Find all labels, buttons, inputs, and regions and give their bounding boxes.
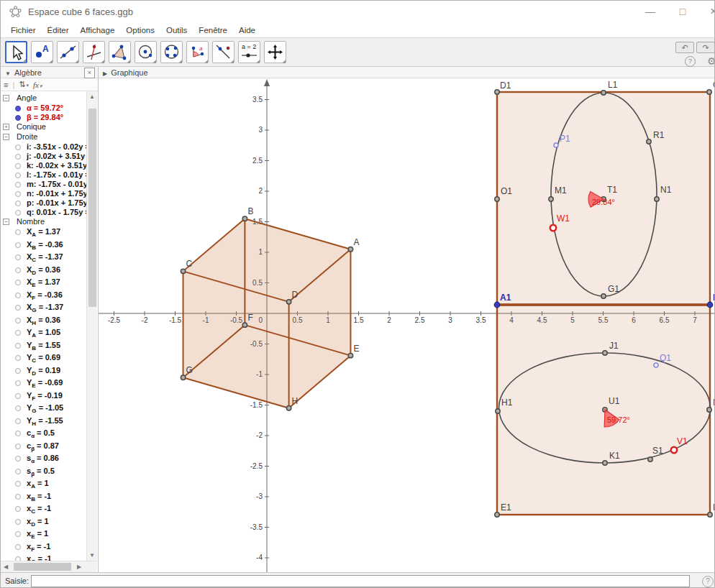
algebra-item-i[interactable]: i: -3.51x - 0.02y = - [1, 142, 86, 152]
hidden-object-icon[interactable] [15, 191, 21, 197]
point-E1[interactable] [495, 513, 499, 517]
maximize-button[interactable]: □ [672, 5, 693, 18]
algebra-close-icon[interactable]: × [84, 68, 95, 78]
hidden-object-icon[interactable] [15, 163, 21, 169]
hidden-object-icon[interactable] [15, 210, 21, 216]
algebra-item-XH[interactable]: XH = 0.36 [1, 316, 86, 329]
hidden-object-icon[interactable] [15, 380, 21, 386]
point-N1[interactable] [655, 197, 659, 201]
algebra-item-YH[interactable]: YH = -1.55 [1, 416, 86, 429]
tool-line[interactable] [57, 41, 79, 63]
algebra-section-droite[interactable]: −Droite [1, 132, 86, 142]
point-P1[interactable] [554, 143, 558, 147]
algebra-item-sβ[interactable]: sβ = 0.5 [1, 467, 86, 479]
algebra-item-XE[interactable]: XE = 1.37 [1, 277, 86, 290]
algebra-vertical-scrollbar[interactable]: ▲ ▼ [86, 91, 97, 561]
sort-icon[interactable]: ⇅▾ [19, 80, 29, 89]
algebra-section-conique[interactable]: +Conique [1, 122, 86, 132]
point-O1[interactable] [495, 197, 499, 201]
algebra-item-YA[interactable]: YA = 1.05 [1, 328, 86, 341]
point-A[interactable] [348, 247, 352, 252]
algebra-item-XF[interactable]: XF = -0.36 [1, 290, 86, 303]
point-G[interactable] [181, 375, 185, 380]
menu-options[interactable]: Options [120, 24, 160, 36]
hidden-object-icon[interactable] [15, 355, 21, 361]
algebra-item-cβ[interactable]: cβ = 0.87 [1, 441, 86, 454]
hidden-object-icon[interactable] [15, 201, 21, 206]
point-W1[interactable] [550, 225, 556, 231]
point-K1[interactable] [603, 461, 607, 465]
algebra-item-YG[interactable]: YG = -1.05 [1, 403, 86, 416]
menu-fichier[interactable]: Fichier [5, 24, 42, 36]
tool-perpendicular-line[interactable] [83, 41, 105, 63]
algebra-item-xC[interactable]: xC = -1 [1, 504, 86, 517]
hidden-object-icon[interactable] [15, 242, 21, 248]
algebra-item-sα[interactable]: sα = 0.86 [1, 454, 86, 467]
hidden-object-icon[interactable] [15, 393, 21, 399]
point-Q1[interactable] [654, 363, 658, 367]
algebra-item-n[interactable]: n: -0.01x + 1.75y = [1, 189, 86, 198]
algebra-item-YC[interactable]: YC = 0.69 [1, 353, 86, 366]
hidden-object-icon[interactable] [15, 494, 21, 500]
hidden-object-icon[interactable] [15, 154, 21, 160]
algebra-item-XB[interactable]: XB = -0.36 [1, 240, 86, 253]
point-F1[interactable] [708, 513, 712, 517]
redo-button[interactable]: ↷ [696, 42, 715, 53]
algebra-item-YB[interactable]: YB = 1.55 [1, 341, 86, 354]
graphics-collapse-icon[interactable]: ▶ [103, 70, 107, 77]
hidden-object-icon[interactable] [15, 267, 21, 273]
point-R1[interactable] [647, 139, 651, 144]
graphics-canvas[interactable]: -2.5-2-1.5-1-0.50.511.522.533.544.555.56… [99, 78, 715, 572]
point-M1[interactable] [549, 197, 553, 201]
hidden-object-icon[interactable] [15, 305, 21, 311]
point-J1[interactable] [603, 351, 607, 355]
hidden-object-icon[interactable] [15, 368, 21, 374]
saisie-input[interactable] [31, 575, 690, 587]
vertical-scroll-thumb[interactable] [88, 109, 96, 307]
hidden-object-icon[interactable] [15, 544, 21, 550]
algebra-collapse-icon[interactable]: ▼ [5, 70, 11, 77]
algebra-item-YD[interactable]: YD = 0.19 [1, 366, 86, 379]
algebra-item-l[interactable]: l: -1.75x - 0.01y = - [1, 170, 86, 180]
algebra-item-xB[interactable]: xB = -1 [1, 492, 86, 505]
algebra-item-XC[interactable]: XC = -1.37 [1, 252, 86, 265]
algebra-item-cα[interactable]: cα = 0.5 [1, 428, 86, 441]
tree-toggle-icon[interactable]: − [3, 134, 9, 140]
point-A1[interactable] [494, 302, 500, 308]
tool-angle[interactable]: a [186, 41, 209, 63]
algebra-item-XG[interactable]: XG = -1.37 [1, 303, 86, 316]
hidden-object-icon[interactable] [15, 418, 21, 424]
algebra-section-nombre[interactable]: −Nombre [1, 217, 86, 227]
tool-polygon[interactable] [109, 41, 131, 63]
algebra-item-j[interactable]: j: -0.02x + 3.51y = [1, 152, 86, 161]
input-help-icon[interactable]: ? [702, 576, 714, 587]
scroll-left-icon[interactable]: ◀ [4, 564, 8, 570]
point-S1[interactable] [648, 457, 652, 461]
hidden-object-icon[interactable] [15, 531, 21, 537]
menu-editer[interactable]: Éditer [42, 24, 75, 36]
minimize-button[interactable]: — [639, 5, 661, 18]
point-D[interactable] [286, 300, 291, 304]
algebra-item-XA[interactable]: XA = 1.37 [1, 227, 86, 240]
horizontal-scroll-thumb[interactable] [14, 563, 71, 571]
hidden-object-icon[interactable] [15, 318, 21, 323]
fx-icon[interactable]: fx▾ [33, 81, 42, 89]
auxiliary-objects-icon[interactable]: ≡ [4, 81, 8, 89]
menu-aide[interactable]: Aide [233, 24, 261, 36]
hidden-object-icon[interactable] [15, 293, 21, 298]
hidden-object-icon[interactable] [15, 173, 21, 178]
tool-circle[interactable] [135, 41, 157, 63]
point-B1[interactable] [707, 302, 713, 308]
algebra-item-k[interactable]: k: -0.02x + 3.51y = [1, 161, 86, 170]
point-E[interactable] [348, 353, 352, 357]
hidden-object-icon[interactable] [15, 254, 21, 260]
graphics-view[interactable]: -2.5-2-1.5-1-0.50.511.522.533.544.555.56… [99, 78, 715, 572]
tree-toggle-icon[interactable]: − [3, 95, 9, 101]
tool-move[interactable] [5, 41, 27, 63]
algebra-item-q[interactable]: q: 0.01x - 1.75y = - [1, 208, 86, 217]
toolbar-gear-icon[interactable]: ⚙ [707, 55, 715, 67]
point-H[interactable] [286, 406, 291, 410]
menu-fenetre[interactable]: Fenêtre [193, 24, 233, 36]
hidden-object-icon[interactable] [15, 469, 21, 474]
hidden-object-icon[interactable] [15, 343, 21, 349]
